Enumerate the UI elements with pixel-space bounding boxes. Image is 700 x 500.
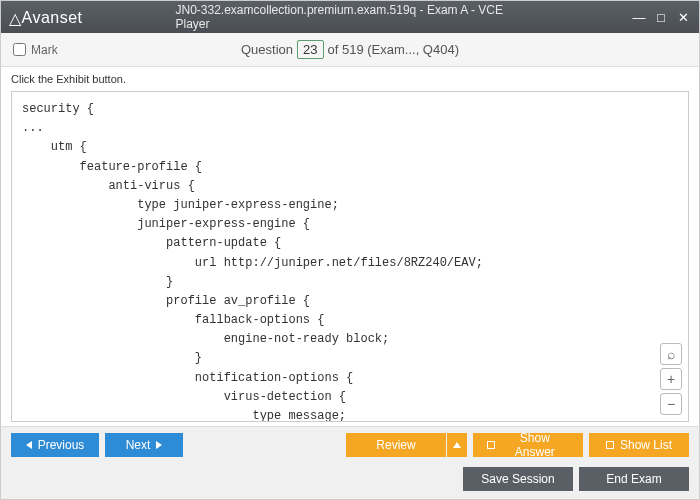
question-total: of 519 (Exam..., Q404)	[328, 42, 460, 57]
zoom-controls: ⌕ + −	[660, 343, 682, 415]
mark-checkbox[interactable]	[13, 43, 26, 56]
save-session-button[interactable]: Save Session	[463, 467, 573, 491]
end-exam-button[interactable]: End Exam	[579, 467, 689, 491]
window-controls: — □ ✕	[631, 10, 691, 25]
app-logo: △Avanset	[9, 8, 83, 27]
zoom-search-icon[interactable]: ⌕	[660, 343, 682, 365]
show-answer-button[interactable]: Show Answer	[473, 433, 583, 457]
previous-label: Previous	[38, 438, 85, 452]
exhibit-area: security { ... utm { feature-profile { a…	[11, 91, 689, 422]
close-icon[interactable]: ✕	[675, 10, 691, 25]
window-title: JN0-332.examcollection.premium.exam.519q…	[176, 3, 525, 31]
show-list-button[interactable]: Show List	[589, 433, 689, 457]
square-icon	[606, 441, 614, 449]
zoom-in-icon[interactable]: +	[660, 368, 682, 390]
question-info: Question 23 of 519 (Exam..., Q404)	[241, 40, 459, 59]
mark-container[interactable]: Mark	[13, 43, 58, 57]
review-toggle-button[interactable]	[447, 433, 467, 457]
exhibit-content[interactable]: security { ... utm { feature-profile { a…	[12, 92, 688, 421]
question-bar: Mark Question 23 of 519 (Exam..., Q404)	[1, 33, 699, 67]
title-bar: △Avanset JN0-332.examcollection.premium.…	[1, 1, 699, 33]
arrow-right-icon	[156, 441, 162, 449]
instruction-text: Click the Exhibit button.	[1, 67, 699, 91]
arrow-left-icon	[26, 441, 32, 449]
maximize-icon[interactable]: □	[653, 10, 669, 25]
review-label: Review	[376, 438, 415, 452]
nav-bar: Previous Next Review Show Answer Show Li…	[1, 426, 699, 463]
zoom-out-icon[interactable]: −	[660, 393, 682, 415]
square-icon	[487, 441, 495, 449]
question-number: 23	[297, 40, 323, 59]
bottom-bar: Save Session End Exam	[1, 463, 699, 499]
show-answer-label: Show Answer	[501, 431, 569, 459]
arrow-up-icon	[453, 442, 461, 448]
minimize-icon[interactable]: —	[631, 10, 647, 25]
previous-button[interactable]: Previous	[11, 433, 99, 457]
logo-icon: △	[9, 9, 22, 28]
show-list-label: Show List	[620, 438, 672, 452]
logo-text: Avanset	[22, 9, 83, 26]
next-button[interactable]: Next	[105, 433, 183, 457]
mark-label: Mark	[31, 43, 58, 57]
review-button[interactable]: Review	[346, 433, 446, 457]
next-label: Next	[126, 438, 151, 452]
question-label: Question	[241, 42, 293, 57]
